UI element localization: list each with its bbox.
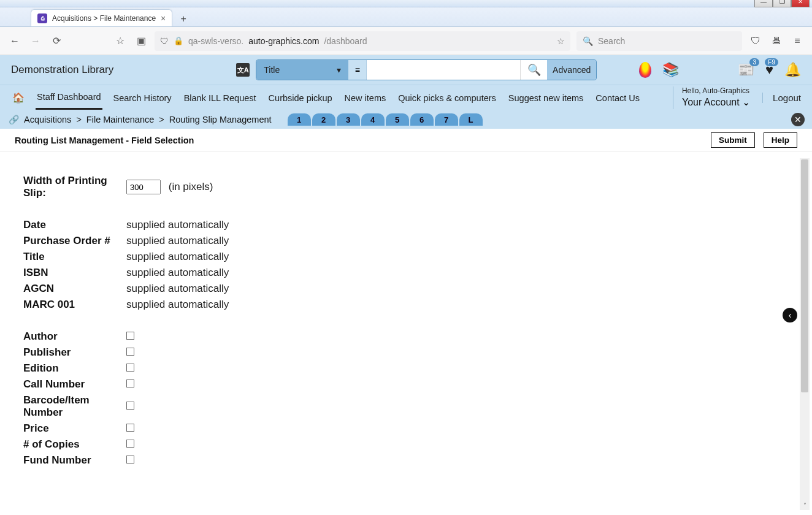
notifications-icon[interactable]: 🔔 xyxy=(784,62,801,78)
width-label: Width of Printing Slip: xyxy=(20,173,123,201)
record-tab[interactable]: 1 xyxy=(288,113,311,126)
window-maximize-button[interactable]: ❐ xyxy=(773,0,791,7)
back-button[interactable]: ← xyxy=(7,34,22,48)
favorites-icon[interactable]: ♥F9 xyxy=(765,62,773,78)
field-label: # of Copies xyxy=(20,437,123,452)
record-tab[interactable]: 4 xyxy=(361,113,385,126)
check-row: Price xyxy=(20,421,232,437)
tab-favicon-icon: ⎙ xyxy=(37,13,47,23)
chevron-down-icon: ⌄ xyxy=(742,97,750,107)
logout-link[interactable]: Logout xyxy=(762,93,801,103)
crumb-routing-slip[interactable]: Routing Slip Management xyxy=(169,115,272,124)
field-value: supplied automatically xyxy=(123,217,232,233)
crumb-acquisitions[interactable]: Acquisitions xyxy=(24,115,71,124)
record-tab[interactable]: 6 xyxy=(410,113,434,126)
field-label: AGCN xyxy=(20,281,123,297)
catalog-search-input[interactable] xyxy=(367,60,520,80)
url-path: /dashboard xyxy=(324,36,367,46)
news-icon[interactable]: 📰3 xyxy=(738,62,754,78)
home-icon[interactable]: 🏠 xyxy=(11,86,26,110)
width-input[interactable] xyxy=(126,180,161,194)
check-row: Author xyxy=(20,329,232,345)
nav-new-items[interactable]: New items xyxy=(343,87,388,109)
field-label: Date xyxy=(20,217,123,233)
magnifier-icon: 🔍 xyxy=(527,63,541,77)
field-value: supplied automatically xyxy=(123,233,232,249)
advanced-label: Advanced xyxy=(553,65,591,75)
auto-row: Purchase Order #supplied automatically xyxy=(20,233,232,249)
library-icon[interactable]: ▣ xyxy=(134,34,148,48)
record-tab[interactable]: 3 xyxy=(337,113,360,126)
collapse-panel-button[interactable]: ‹ xyxy=(783,308,797,322)
account-label: Your Account xyxy=(682,97,740,107)
record-tab[interactable]: 7 xyxy=(435,113,458,126)
crumb-file-maintenance[interactable]: File Maintenance xyxy=(86,115,154,124)
help-button[interactable]: Help xyxy=(764,132,797,148)
browser-tab[interactable]: ⎙ Acquisitions > File Maintenance × xyxy=(31,9,172,26)
menu-icon[interactable]: ≡ xyxy=(790,34,805,48)
checkbox[interactable] xyxy=(126,332,134,340)
tab-close-icon[interactable]: × xyxy=(161,13,166,23)
field-label: Author xyxy=(20,329,123,345)
field-value: supplied automatically xyxy=(123,297,232,313)
record-tab[interactable]: 2 xyxy=(312,113,335,126)
pocket-icon[interactable]: ☆ xyxy=(113,34,128,48)
window-minimize-button[interactable]: — xyxy=(754,0,773,7)
record-tab[interactable]: L xyxy=(459,113,483,126)
search-scope-dropdown[interactable]: Title ▾ xyxy=(256,60,348,80)
nav-staff-dashboard[interactable]: Staff Dashboard xyxy=(36,86,102,110)
scroll-thumb[interactable] xyxy=(801,159,808,392)
checkbox[interactable] xyxy=(126,380,134,387)
field-label: Call Number xyxy=(20,376,123,392)
window-close-button[interactable]: ✕ xyxy=(791,0,810,7)
crumb-sep: > xyxy=(76,115,81,124)
checkbox[interactable] xyxy=(126,348,134,356)
balloon-icon[interactable] xyxy=(639,62,651,78)
submit-button[interactable]: Submit xyxy=(711,132,755,148)
check-row: # of Copies xyxy=(20,437,232,452)
field-value: supplied automatically xyxy=(123,281,232,297)
nav-suggest[interactable]: Suggest new items xyxy=(507,87,585,109)
chevron-left-icon: ‹ xyxy=(789,310,792,320)
nav-contact[interactable]: Contact Us xyxy=(594,87,641,109)
checkbox[interactable] xyxy=(126,402,134,410)
auto-row: AGCNsupplied automatically xyxy=(20,281,232,297)
catalog-search-group: Title ▾ ≡ 🔍 Advanced xyxy=(256,59,597,80)
checkbox[interactable] xyxy=(126,456,134,464)
auto-row: MARC 001supplied automatically xyxy=(20,297,232,313)
check-row: Fund Number xyxy=(20,452,232,468)
advanced-search-button[interactable]: Advanced xyxy=(547,60,596,80)
auto-row: ISBNsupplied automatically xyxy=(20,265,232,281)
scroll-down-icon[interactable]: ˅ xyxy=(800,500,810,510)
field-value: supplied automatically xyxy=(123,249,232,265)
browser-search-box[interactable]: 🔍 Search xyxy=(576,31,742,51)
bookmark-star-icon[interactable]: ☆ xyxy=(557,36,565,46)
search-placeholder: Search xyxy=(598,36,625,46)
checkbox[interactable] xyxy=(126,364,134,372)
database-icon[interactable]: ≡ xyxy=(348,60,367,80)
new-tab-button[interactable]: + xyxy=(175,12,192,26)
scrollbar[interactable]: ˄ ˅ xyxy=(800,158,810,510)
address-bar[interactable]: 🛡 🔒 qa-swls-verso.auto-graphics.com/dash… xyxy=(155,31,570,51)
forward-button[interactable]: → xyxy=(28,34,43,48)
reader-icon[interactable]: 🛡 xyxy=(748,34,763,48)
checkbox[interactable] xyxy=(126,424,134,432)
nav-curbside[interactable]: Curbside pickup xyxy=(267,87,334,109)
record-tab[interactable]: 5 xyxy=(386,113,409,126)
language-icon[interactable]: 文A xyxy=(236,63,250,77)
form-content: Width of Printing Slip: (in pixels) Date… xyxy=(5,154,800,510)
check-row: Publisher xyxy=(20,345,232,360)
account-menu[interactable]: Hello, Auto-Graphics Your Account ⌄ xyxy=(673,86,750,109)
search-submit-button[interactable]: 🔍 xyxy=(520,60,547,80)
browser-toolbar: ← → ⟳ ☆ ▣ 🛡 🔒 qa-swls-verso.auto-graphic… xyxy=(0,27,812,55)
close-panel-button[interactable]: ✕ xyxy=(791,113,805,126)
collections-icon[interactable]: 📚 xyxy=(662,62,679,78)
nav-quick-picks[interactable]: Quick picks & computers xyxy=(397,87,497,109)
url-domain: auto-graphics.com xyxy=(248,36,319,46)
check-row: Edition xyxy=(20,360,232,376)
reload-button[interactable]: ⟳ xyxy=(49,34,64,48)
print-icon[interactable]: 🖶 xyxy=(769,34,784,48)
nav-blank-ill[interactable]: Blank ILL Request xyxy=(183,87,258,109)
nav-search-history[interactable]: Search History xyxy=(112,87,173,109)
checkbox[interactable] xyxy=(126,440,134,448)
